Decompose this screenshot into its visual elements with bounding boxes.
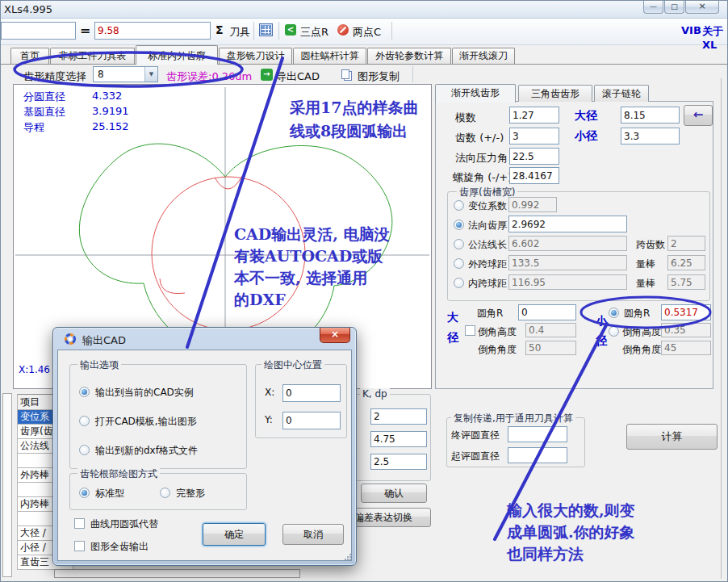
radio-outer-pin-span[interactable] xyxy=(454,258,464,269)
center-y-input[interactable] xyxy=(282,412,341,429)
cancel-button[interactable]: 取消 xyxy=(282,524,344,545)
od-fillet-label: 圆角R xyxy=(477,307,503,320)
restore-button[interactable]: □ xyxy=(664,1,684,14)
calculate-button[interactable]: 计算 xyxy=(626,424,718,450)
tab-home[interactable]: 首页 xyxy=(10,48,49,64)
outer-pin-span-label: 外跨球距 xyxy=(468,258,507,271)
dialog-close-button[interactable]: × xyxy=(320,328,350,343)
module-input[interactable] xyxy=(509,107,559,124)
od-chamfer-angle-input xyxy=(525,341,576,355)
final-circle-input[interactable] xyxy=(508,426,567,442)
bottom-table-fragment xyxy=(54,569,300,578)
precision-select[interactable]: 8 ▼ xyxy=(93,66,158,82)
profile-error-label: 齿形误差:0.26um xyxy=(166,69,252,84)
tab-triangle-profile[interactable]: 三角齿齿形 xyxy=(518,85,592,102)
teeth-input[interactable] xyxy=(509,128,559,144)
pressure-angle-input[interactable] xyxy=(509,148,559,165)
equals-icon: = xyxy=(80,23,90,38)
od-chamfer-angle-label: 倒角角度 xyxy=(478,343,517,357)
export-cad-button[interactable]: 导出CAD xyxy=(276,69,320,84)
dialog-title: 输出CAD xyxy=(82,333,126,348)
radio-span-length[interactable] xyxy=(454,239,464,249)
full-teeth-output-checkbox[interactable] xyxy=(74,541,85,551)
outer-pin-span-input xyxy=(508,255,627,270)
tab-involute-hob[interactable]: 渐开线滚刀 xyxy=(452,48,515,64)
three-point-mode[interactable]: 三点R xyxy=(300,25,328,40)
precision-value: 8 xyxy=(98,69,104,80)
two-point-icon[interactable] xyxy=(337,24,349,36)
helix-angle-label: 螺旋角 (-/+) xyxy=(453,170,512,185)
arc-replace-label: 曲线用圆弧代替 xyxy=(90,517,158,531)
formula-input[interactable] xyxy=(1,22,76,40)
minimize-button[interactable]: — xyxy=(643,1,663,14)
export-cad-icon[interactable]: → xyxy=(261,69,273,81)
apply-diameter-button[interactable]: ← xyxy=(684,105,713,126)
radio-inner-pin-span[interactable] xyxy=(454,278,464,288)
tab-roller-sprocket[interactable]: 滚子链轮 xyxy=(594,85,649,102)
center-x-label: X: xyxy=(265,387,274,398)
tab-disc-cutter[interactable]: 盘形铣刀设计 xyxy=(219,48,292,64)
kdp-input-1[interactable] xyxy=(370,408,427,425)
inner-diameter-side-label: 小径 xyxy=(596,311,609,351)
two-point-mode[interactable]: 两点C xyxy=(353,25,381,40)
shift-coeff-input xyxy=(508,197,557,212)
open-cad-template-label: 打开CAD模板,输出图形 xyxy=(95,415,197,429)
radio-standard-root[interactable] xyxy=(79,488,90,498)
arc-replace-checkbox[interactable] xyxy=(74,518,85,529)
start-circle-input[interactable] xyxy=(508,447,567,463)
kdp-input-3[interactable] xyxy=(370,454,427,470)
id-chamfer-angle-input xyxy=(661,341,711,355)
outer-diameter-side-label: 大径 xyxy=(447,308,460,348)
left-panel-fragment xyxy=(2,393,12,577)
normal-thickness-input[interactable] xyxy=(508,216,627,232)
radio-open-cad-template[interactable] xyxy=(79,416,90,426)
radio-full-root[interactable] xyxy=(160,488,170,498)
id-fillet-input[interactable] xyxy=(661,304,711,320)
od-fillet-input[interactable] xyxy=(518,304,576,320)
tab-nonstandard-tools[interactable]: 非标工件刀具表 xyxy=(50,48,135,64)
toolbar-separator xyxy=(253,22,254,40)
close-button[interactable]: × xyxy=(685,1,719,14)
id-chamfer-radio[interactable] xyxy=(609,326,619,337)
copy-icon[interactable] xyxy=(341,69,349,79)
annotation-cad: CAD输出灵活, 电脑没 有装AUTOCAD或版 本不一致, 选择通用 的DXF xyxy=(234,224,390,311)
od-chamfer-checkbox[interactable] xyxy=(465,325,475,336)
inner-diameter-input[interactable] xyxy=(621,128,680,144)
tab-worm-calc[interactable]: 圆柱蜗杆计算 xyxy=(293,48,366,64)
ok-button[interactable]: 确定 xyxy=(203,523,266,546)
helix-angle-input[interactable] xyxy=(509,167,559,184)
tool-menu[interactable]: 刀具 xyxy=(229,25,250,40)
inner-pin-input xyxy=(667,274,705,290)
id-fillet-radio[interactable] xyxy=(609,308,619,318)
confirm-button[interactable]: 确认 xyxy=(361,484,427,503)
copy-graph-button[interactable]: 图形复制 xyxy=(358,69,400,84)
id-fillet-label: 圆角R xyxy=(624,307,650,320)
radio-output-current-cad[interactable] xyxy=(79,387,90,397)
od-chamfer-height-label: 倒角高度 xyxy=(478,325,517,339)
tooth-notch-bottom-left xyxy=(160,278,185,294)
copy-transfer-group-label: 复制传递,用于通用刀具计算 xyxy=(451,412,575,425)
toolbar-separator xyxy=(278,22,279,40)
tab-external-gear-calc[interactable]: 外齿轮参数计算 xyxy=(367,48,451,64)
tab-standard-profile[interactable]: 标准内外齿廓 xyxy=(136,45,218,65)
span-length-label: 公法线长 xyxy=(468,238,507,252)
chevron-down-icon[interactable]: ▼ xyxy=(144,67,157,82)
radio-output-dxf[interactable] xyxy=(79,445,90,455)
kdp-input-2[interactable] xyxy=(370,431,427,447)
span-length-input xyxy=(508,236,627,251)
resize-grip[interactable] xyxy=(345,554,351,560)
center-x-input[interactable] xyxy=(282,384,341,402)
outer-diameter-input[interactable] xyxy=(621,107,680,124)
window-inner-edge xyxy=(721,78,722,579)
span-teeth-input xyxy=(667,236,705,251)
three-point-icon[interactable]: < xyxy=(285,24,296,36)
result-input[interactable] xyxy=(94,22,211,40)
radio-normal-thickness[interactable] xyxy=(454,220,464,230)
toolbar-separator xyxy=(412,66,413,82)
center-position-label: 绘图中心位置 xyxy=(261,358,324,372)
vib-link[interactable]: VIB xyxy=(681,24,701,36)
radio-shift-coeff[interactable] xyxy=(454,200,464,211)
tab-involute-profile[interactable]: 渐开线齿形 xyxy=(435,84,516,103)
calculator-icon[interactable] xyxy=(259,23,273,36)
root-style-label: 齿轮根部绘图方式 xyxy=(77,467,160,481)
